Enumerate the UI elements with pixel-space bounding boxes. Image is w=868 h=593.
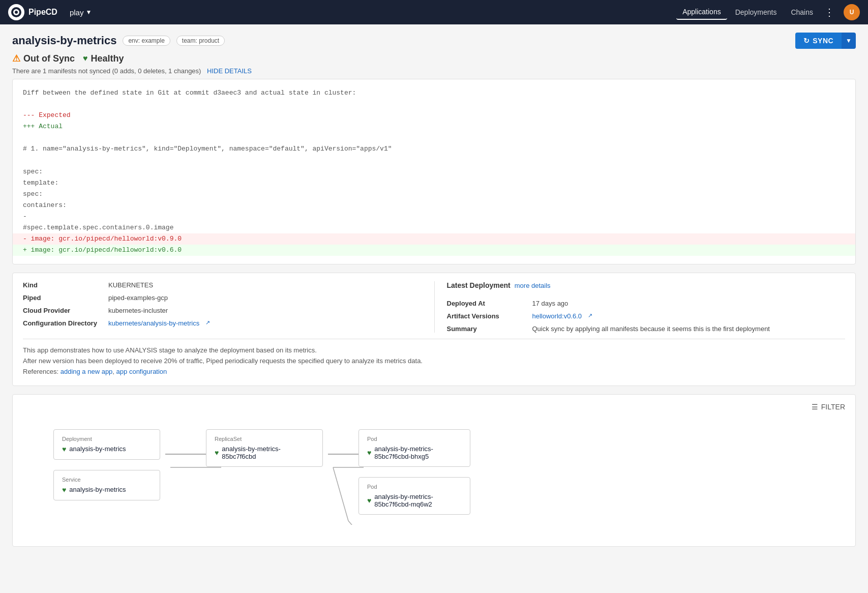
external-link-icon: ↗: [205, 319, 210, 326]
healthy-label: Healthy: [91, 53, 124, 64]
healthy-status: ♥ Healthy: [83, 53, 124, 64]
info-left: Kind KUBERNETES Piped piped-examples-gcp…: [23, 281, 434, 333]
diff-line-dash: -: [23, 211, 845, 222]
main-content: analysis-by-metrics env: example team: p…: [0, 24, 868, 555]
sync-label: SYNC: [813, 37, 833, 45]
diff-line-comment: #spec.template.spec.containers.0.image: [23, 222, 845, 233]
cloud-provider-label: Cloud Provider: [23, 307, 104, 314]
diff-notice-text: There are 1 manifests not synced (0 adds…: [12, 67, 201, 75]
service-name-text: analysis-by-metrics: [69, 486, 126, 493]
summary-label: Summary: [447, 325, 528, 333]
avatar[interactable]: U: [844, 4, 860, 20]
filter-button[interactable]: ☰ FILTER: [812, 403, 845, 411]
external-link-icon-2: ↗: [588, 312, 592, 319]
replicaset-health-icon: ♥: [215, 449, 219, 457]
sync-button-group: ↻ SYNC ▼: [795, 33, 856, 49]
cloud-provider-row: Cloud Provider kubernetes-incluster: [23, 307, 434, 314]
out-of-sync-label: Out of Sync: [23, 53, 75, 64]
sync-dropdown-button[interactable]: ▼: [842, 33, 856, 49]
chevron-down-icon: ▼: [846, 37, 852, 44]
status-row: ⚠ Out of Sync ♥ Healthy: [12, 53, 856, 64]
env-name: play: [70, 8, 84, 17]
diff-line-1: # 1. name="analysis-by-metrics", kind="D…: [23, 143, 845, 155]
latest-deployment-label: Latest Deployment: [447, 281, 511, 289]
sync-button[interactable]: ↻ SYNC: [795, 33, 842, 49]
main-nav: Applications Deployments Chains ⋮ U: [676, 3, 860, 21]
chevron-down-icon: ▼: [85, 9, 92, 16]
logo-text: PipeCD: [28, 8, 57, 17]
app-title: analysis-by-metrics: [12, 34, 116, 47]
deployment-health-icon: ♥: [62, 445, 66, 453]
pod-2-type-label: Pod: [367, 484, 462, 490]
pod-1-name-text: analysis-by-metrics-85bc7f6cbd-bhxg5: [374, 445, 462, 460]
deployment-node[interactable]: Deployment ♥ analysis-by-metrics: [53, 429, 160, 460]
summary-value: Quick sync by applying all manifests bec…: [532, 325, 770, 333]
env-tag: env: example: [123, 36, 170, 46]
service-node[interactable]: Service ♥ analysis-by-metrics: [53, 470, 160, 500]
config-dir-link[interactable]: kubernetes/analysis-by-metrics: [108, 319, 199, 327]
config-dir-row: Configuration Directory kubernetes/analy…: [23, 319, 434, 327]
connector-line-2: [328, 454, 358, 455]
warning-icon: ⚠: [12, 53, 20, 64]
piped-row: Piped piped-examples-gcp: [23, 294, 434, 302]
kind-label: Kind: [23, 281, 104, 289]
pod-1-type-label: Pod: [367, 436, 462, 442]
pod-2-node[interactable]: Pod ♥ analysis-by-metrics-85bc7f6cbd-mq6…: [358, 477, 470, 515]
config-dir-label: Configuration Directory: [23, 319, 104, 327]
nav-applications[interactable]: Applications: [676, 5, 727, 20]
col-1: Deployment ♥ analysis-by-metrics Service…: [53, 429, 165, 500]
graph-layout: Deployment ♥ analysis-by-metrics Service…: [53, 429, 815, 515]
replicaset-node[interactable]: ReplicaSet ♥ analysis-by-metrics-85bc7f6…: [206, 429, 323, 467]
piped-label: Piped: [23, 294, 104, 302]
service-type-label: Service: [62, 477, 152, 483]
pod-2-name-text: analysis-by-metrics-85bc7f6cbd-mq6w2: [374, 493, 462, 508]
info-grid: Kind KUBERNETES Piped piped-examples-gcp…: [23, 281, 845, 333]
diff-notice: There are 1 manifests not synced (0 adds…: [12, 67, 856, 75]
deployment-type-label: Deployment: [62, 436, 152, 442]
artifact-versions-link[interactable]: helloworld:v0.6.0: [532, 312, 582, 320]
logo[interactable]: PipeCD: [8, 4, 57, 20]
connector-2: [328, 429, 358, 455]
app-config-link[interactable]: app configuration: [116, 368, 167, 375]
filter-icon: ☰: [812, 403, 818, 411]
replicaset-name: ♥ analysis-by-metrics-85bc7f6cbd: [215, 445, 314, 460]
pod-1-name: ♥ analysis-by-metrics-85bc7f6cbd-bhxg5: [367, 445, 462, 460]
env-selector[interactable]: play ▼: [70, 8, 92, 17]
resource-graph: Deployment ♥ analysis-by-metrics Service…: [23, 419, 845, 525]
replicaset-type-label: ReplicaSet: [215, 436, 314, 442]
diff-removed-line: - image: gcr.io/pipecd/helloworld:v0.9.0: [13, 233, 855, 245]
deployment-name: ♥ analysis-by-metrics: [62, 445, 152, 453]
diff-line-containers: containers:: [23, 200, 845, 211]
diff-added-line: + image: gcr.io/pipecd/helloworld:v0.6.0: [13, 245, 855, 256]
deployed-at-value: 17 days ago: [532, 300, 568, 307]
connector-1: [165, 429, 206, 455]
hide-details-link[interactable]: HIDE DETAILS: [207, 67, 252, 75]
deployment-name-text: analysis-by-metrics: [69, 445, 126, 453]
diff-header: Diff between the defined state in Git at…: [23, 87, 845, 99]
service-health-icon: ♥: [62, 486, 66, 494]
diff-line-template: template:: [23, 177, 845, 189]
logo-icon: [8, 4, 24, 20]
description-text: This app demonstrates how to use ANALYSI…: [23, 339, 845, 377]
pod-2-name: ♥ analysis-by-metrics-85bc7f6cbd-mq6w2: [367, 493, 462, 508]
more-details-link[interactable]: more details: [515, 282, 551, 289]
deployed-at-row: Deployed At 17 days ago: [447, 300, 846, 307]
resource-header: ☰ FILTER: [23, 403, 845, 411]
info-right: Latest Deployment more details Deployed …: [434, 281, 846, 333]
kind-row: Kind KUBERNETES: [23, 281, 434, 289]
diff-line-spec2: spec:: [23, 189, 845, 200]
pod-1-health-icon: ♥: [367, 449, 371, 457]
svg-line-6: [348, 521, 364, 525]
nav-deployments[interactable]: Deployments: [729, 5, 783, 19]
heart-icon: ♥: [83, 54, 88, 63]
more-options-icon[interactable]: ⋮: [821, 3, 837, 21]
diff-box: Diff between the defined state in Git at…: [12, 79, 856, 264]
nav-chains[interactable]: Chains: [785, 5, 819, 19]
service-name: ♥ analysis-by-metrics: [62, 486, 152, 494]
pod-1-node[interactable]: Pod ♥ analysis-by-metrics-85bc7f6cbd-bhx…: [358, 429, 470, 467]
diff-actual-label: +++ Actual: [23, 121, 845, 132]
col-2: ReplicaSet ♥ analysis-by-metrics-85bc7f6…: [206, 429, 328, 467]
artifact-versions-row: Artifact Versions helloworld:v0.6.0 ↗: [447, 312, 846, 320]
adding-new-app-link[interactable]: adding a new app: [61, 368, 113, 375]
deployed-at-label: Deployed At: [447, 300, 528, 307]
